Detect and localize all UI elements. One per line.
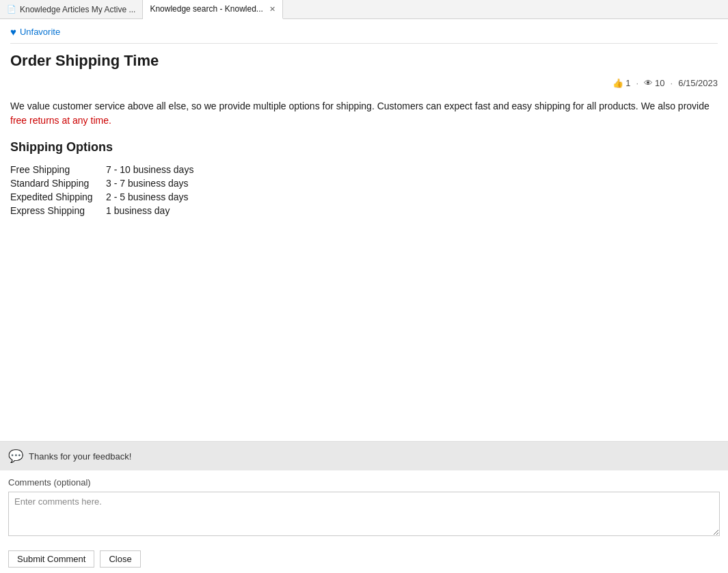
shipping-time-express: 1 business day: [106, 205, 170, 216]
tab2-label: Knowledge search - Knowled...: [150, 4, 262, 14]
comments-textarea[interactable]: [8, 492, 720, 536]
feedback-icon: 💬: [8, 449, 23, 464]
tab1-label: Knowledge Articles My Active ...: [20, 5, 135, 14]
free-returns-link[interactable]: free returns at any time.: [10, 115, 111, 126]
shipping-options-heading: Shipping Options: [10, 140, 718, 155]
tab-knowledge-articles[interactable]: 📄 Knowledge Articles My Active ...: [0, 0, 143, 18]
tab-close-icon[interactable]: ✕: [269, 5, 275, 14]
bottom-buttons: Submit Comment Close: [0, 545, 728, 573]
feedback-text: Thanks for your feedback!: [29, 451, 131, 462]
shipping-row-expedited: Expedited Shipping 2 - 5 business days: [10, 191, 718, 202]
views-count: 10: [655, 78, 664, 88]
main-content: ♥ Unfavorite Order Shipping Time 👍 1 · 👁…: [0, 19, 728, 427]
meta-dot-2: ·: [671, 78, 673, 88]
likes-count: 1: [625, 78, 630, 88]
bottom-section: 💬 Thanks for your feedback! Comments (op…: [0, 441, 728, 573]
unfavorite-link[interactable]: ♥ Unfavorite: [10, 26, 718, 38]
comments-section: Comments (optional): [0, 470, 728, 545]
shipping-row-free: Free Shipping 7 - 10 business days: [10, 164, 718, 175]
submit-comment-button[interactable]: Submit Comment: [8, 550, 94, 568]
shipping-time-standard: 3 - 7 business days: [106, 178, 189, 189]
feedback-bar: 💬 Thanks for your feedback!: [0, 442, 728, 470]
article-date: 6/15/2023: [678, 78, 718, 88]
article-title: Order Shipping Time: [10, 52, 718, 70]
tab1-icon: 📄: [7, 5, 16, 14]
heart-icon: ♥: [10, 26, 16, 38]
tab-bar: 📄 Knowledge Articles My Active ... Knowl…: [0, 0, 728, 19]
shipping-row-standard: Standard Shipping 3 - 7 business days: [10, 178, 718, 189]
page-wrapper: 📄 Knowledge Articles My Active ... Knowl…: [0, 0, 728, 573]
shipping-type-free: Free Shipping: [10, 164, 106, 175]
tab-knowledge-search[interactable]: Knowledge search - Knowled... ✕: [143, 0, 282, 19]
shipping-type-express: Express Shipping: [10, 205, 106, 216]
meta-row: 👍 1 · 👁 10 · 6/15/2023: [10, 78, 718, 88]
comments-label: Comments (optional): [8, 477, 720, 488]
shipping-type-expedited: Expedited Shipping: [10, 191, 106, 202]
views-item: 👁 10: [644, 78, 664, 88]
article-body: We value customer service above all else…: [10, 99, 718, 128]
shipping-row-express: Express Shipping 1 business day: [10, 205, 718, 216]
meta-dot-1: ·: [636, 78, 638, 88]
thumbs-up-icon: 👍: [612, 78, 623, 88]
divider: [10, 43, 718, 44]
likes-item: 👍 1: [612, 78, 630, 88]
close-button[interactable]: Close: [100, 550, 140, 568]
shipping-table: Free Shipping 7 - 10 business days Stand…: [10, 164, 718, 216]
shipping-time-free: 7 - 10 business days: [106, 164, 193, 175]
eye-icon: 👁: [644, 78, 653, 88]
shipping-type-standard: Standard Shipping: [10, 178, 106, 189]
shipping-time-expedited: 2 - 5 business days: [106, 191, 189, 202]
unfavorite-label: Unfavorite: [20, 27, 60, 37]
